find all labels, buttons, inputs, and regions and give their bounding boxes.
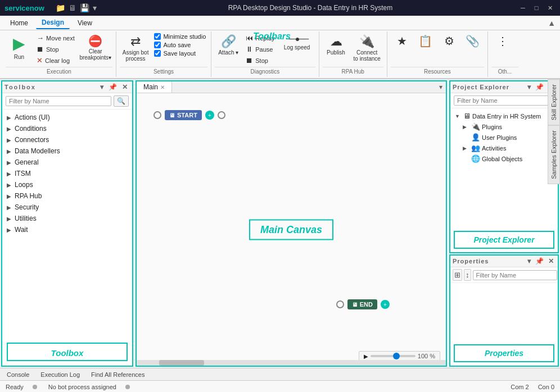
menu-home[interactable]: Home xyxy=(4,17,34,29)
pause-button[interactable]: ⏸Pause xyxy=(243,44,277,54)
activities-icon: 👥 xyxy=(471,144,480,152)
zoom-thumb[interactable] xyxy=(393,353,400,359)
run-button[interactable]: ▶ Run xyxy=(6,33,33,62)
bottom-tab-execution-log[interactable]: Execution Log xyxy=(38,370,82,379)
toolbox-item-conditions[interactable]: ▶ Conditions xyxy=(2,123,132,134)
title-icon-group: 📁 🖥 💾 ▾ xyxy=(56,3,97,12)
display-icon[interactable]: 🖥 xyxy=(69,3,76,12)
pe-plugins-item[interactable]: ▶ 🔌 Plugins xyxy=(460,121,556,132)
move-next-button[interactable]: →Move next xyxy=(34,33,78,43)
chevron-icon: ▶ xyxy=(7,204,15,211)
vtab-samples-explorer[interactable]: Samples Explorer xyxy=(548,125,560,184)
pe-dropdown-btn[interactable]: ▾ xyxy=(526,83,532,92)
props-close-btn[interactable]: ✕ xyxy=(547,257,556,266)
end-add-btn[interactable]: + xyxy=(381,300,390,309)
attach-button[interactable]: 🔗 Attach ▾ xyxy=(215,33,242,57)
canvas-tab-label: Main xyxy=(143,83,158,91)
toolbox-filter-browse-btn[interactable]: 🔍 xyxy=(114,95,129,107)
menu-view[interactable]: View xyxy=(72,17,98,29)
props-filter-input[interactable] xyxy=(473,270,557,280)
user-icon: 👤 xyxy=(471,133,480,142)
bottom-tab-find-all[interactable]: Find All References xyxy=(89,370,147,379)
toolbox-close-btn[interactable]: ✕ xyxy=(120,83,130,92)
pe-filter-input[interactable] xyxy=(454,95,554,106)
minimize-button[interactable]: ─ xyxy=(517,2,529,13)
close-button[interactable]: ✕ xyxy=(544,2,556,13)
publish-button[interactable]: ☁ Publish xyxy=(323,33,350,57)
toolbox-item-actions[interactable]: ▶ Actions (UI) xyxy=(2,112,132,123)
toolbox-filter-input[interactable] xyxy=(6,96,111,106)
globe-icon: 🌐 xyxy=(471,154,480,163)
scrollbar-thumb[interactable] xyxy=(159,360,204,366)
star-button[interactable]: ★ xyxy=(391,33,413,49)
bottom-tab-console[interactable]: Console xyxy=(4,370,31,379)
rpahub-group-label: RPA Hub xyxy=(323,67,383,76)
connect-instance-button[interactable]: 🔌 Connectto instance xyxy=(351,33,383,63)
toolbox-header: Toolbox ▾ 📌 ✕ xyxy=(2,81,132,93)
menu-design[interactable]: Design xyxy=(36,17,70,29)
clear-breakpoints-button[interactable]: ⛔ Clearbreakpoints▾ xyxy=(79,33,112,62)
ribbon-group-rpahub: ☁ Publish 🔌 Connectto instance RPA Hub xyxy=(319,31,387,77)
toolbox-item-rpahub[interactable]: ▶ RPA Hub xyxy=(2,190,132,202)
vtab-skill-explorer[interactable]: Skill Explorer xyxy=(548,79,560,125)
clear-log-button[interactable]: ✕Clear log xyxy=(34,55,78,66)
toolbox-item-itsm[interactable]: ▶ ITSM xyxy=(2,168,132,179)
right-panels: Project Explorer ▾ 📌 ✕ ▼ 🖥 Data Entry in… xyxy=(449,80,559,367)
more-button[interactable]: ⋮ xyxy=(491,33,514,49)
toolbox-item-wait[interactable]: ▶ Wait xyxy=(2,224,132,235)
menu-dropdown-icon[interactable]: ▾ xyxy=(93,3,97,12)
clip-button[interactable]: 📎 xyxy=(462,33,484,49)
toolbox-item-connectors[interactable]: ▶ Connectors xyxy=(2,134,132,145)
gear-button-resources[interactable]: ⚙ xyxy=(438,33,460,49)
main-layout: Toolbox ▾ 📌 ✕ 🔍 ▶ Actions (UI) ▶ Conditi… xyxy=(0,79,560,368)
assign-bot-process-button[interactable]: ⇄ Assign botprocess xyxy=(120,33,152,63)
ribbon-collapse-button[interactable]: ▲ xyxy=(548,19,556,28)
start-add-btn[interactable]: + xyxy=(205,111,214,120)
canvas-tab-dropdown[interactable]: ▾ xyxy=(436,81,446,93)
start-box[interactable]: 🖥 START xyxy=(165,110,202,120)
zoom-slider[interactable] xyxy=(371,355,416,357)
log-speed-button[interactable]: ──●── Log speed xyxy=(279,33,315,52)
props-sort-btn[interactable]: ↕ xyxy=(464,269,471,281)
save-icon[interactable]: 💾 xyxy=(80,3,89,12)
toolbox-dropdown-btn[interactable]: ▾ xyxy=(98,83,106,92)
folder-icon[interactable]: 📁 xyxy=(56,3,65,12)
end-box[interactable]: 🖥 END xyxy=(347,299,377,309)
toolbox-item-loops[interactable]: ▶ Loops xyxy=(2,179,132,190)
toolbox-pin-btn[interactable]: 📌 xyxy=(107,83,119,92)
toolbox-item-datamodellers[interactable]: ▶ Data Modellers xyxy=(2,145,132,157)
status-dot-2 xyxy=(125,385,130,389)
clipboard-button[interactable]: 📋 xyxy=(414,33,437,49)
tab-close-btn[interactable]: ✕ xyxy=(160,84,165,90)
pe-userplugins-item[interactable]: 👤 User Plugins xyxy=(460,132,556,143)
toolbox-item-utilities[interactable]: ▶ Utilities xyxy=(2,213,132,224)
canvas-tabs: Main ✕ ▾ xyxy=(137,81,446,93)
pe-pin-btn[interactable]: 📌 xyxy=(534,83,545,92)
props-grid-btn[interactable]: ⊞ xyxy=(453,269,462,281)
canvas-scrollbar-h[interactable] xyxy=(137,360,446,366)
end-label: END xyxy=(360,301,373,308)
pe-root-item[interactable]: ▼ 🖥 Data Entry in HR System xyxy=(453,111,556,121)
chevron-icon: ▶ xyxy=(7,148,15,154)
save-layout-checkbox[interactable]: Save layout xyxy=(152,49,207,57)
pe-activities-item[interactable]: ▶ 👥 Activities xyxy=(460,143,556,153)
replay-button[interactable]: ⏮Replay xyxy=(243,33,277,43)
other-group-label: Oth... xyxy=(491,67,518,76)
maximize-button[interactable]: □ xyxy=(531,2,542,13)
diagnostics-group-label: Diagnostics xyxy=(215,67,315,76)
stop-button[interactable]: ⏹Stop xyxy=(34,44,78,54)
end-icon: 🖥 xyxy=(352,302,358,308)
ribbon-group-other: ⋮ Oth... xyxy=(488,31,522,77)
toolbox-item-security[interactable]: ▶ Security xyxy=(2,202,132,213)
diag-stop-button[interactable]: ⏹Stop xyxy=(243,55,277,66)
auto-save-checkbox[interactable]: Auto save xyxy=(152,41,207,49)
chevron-icon: ▶ xyxy=(7,115,15,121)
canvas-tab-main[interactable]: Main ✕ xyxy=(137,81,172,93)
props-pin-btn[interactable]: 📌 xyxy=(534,257,545,266)
toolbox-item-general[interactable]: ▶ General xyxy=(2,157,132,168)
minimize-studio-checkbox[interactable]: Minimize studio xyxy=(152,33,207,40)
zoom-play-btn[interactable]: ▶ xyxy=(364,353,368,359)
pe-globalobjects-item[interactable]: 🌐 Global Objects xyxy=(460,153,556,164)
props-dropdown-btn[interactable]: ▾ xyxy=(526,257,532,266)
ribbon: ▶ Run →Move next ⏹Stop ✕Clear log ⛔ xyxy=(0,30,560,79)
